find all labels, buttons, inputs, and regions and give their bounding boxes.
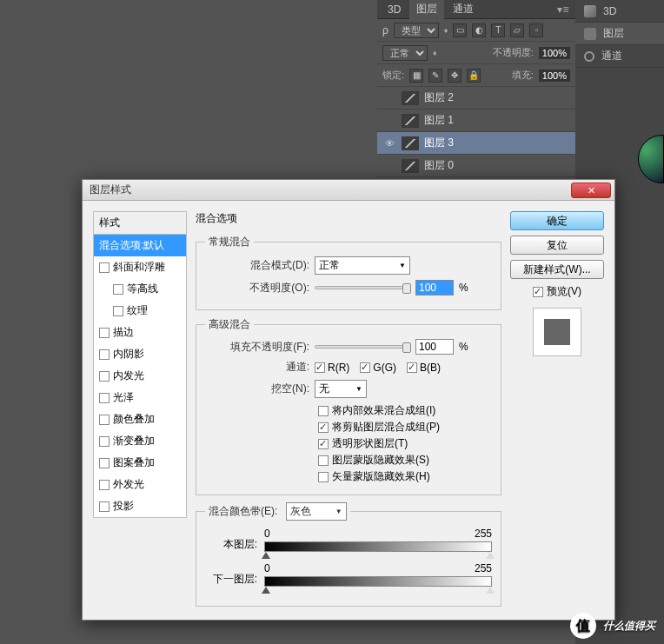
- preview-checkbox[interactable]: 预览(V): [510, 284, 604, 299]
- lock-pixels-icon[interactable]: ▦: [409, 69, 423, 83]
- advanced-option[interactable]: 将剪贴图层混合成组(P): [318, 420, 492, 435]
- checkbox-icon[interactable]: [99, 328, 110, 338]
- checkbox-icon[interactable]: [99, 501, 110, 512]
- blend-if-legend: 混合颜色带(E): 灰色: [205, 502, 350, 521]
- tab-3d[interactable]: 3D: [381, 1, 408, 18]
- dialog-titlebar[interactable]: 图层样式 ✕: [83, 180, 614, 201]
- style-item[interactable]: 内发光: [94, 365, 186, 387]
- underlying-layer-ramp[interactable]: [264, 576, 492, 587]
- filter-image-icon[interactable]: ▭: [453, 23, 467, 37]
- layer-name[interactable]: 图层 0: [424, 158, 454, 173]
- style-item[interactable]: 渐变叠加: [94, 430, 186, 452]
- option-label: 透明形状图层(T): [332, 436, 408, 451]
- style-item[interactable]: 描边: [94, 322, 186, 343]
- style-item[interactable]: 等高线: [94, 278, 186, 300]
- channel-label: R(R): [328, 362, 349, 374]
- layer-style-dialog: 图层样式 ✕ 样式 混合选项:默认斜面和浮雕等高线纹理描边内阴影内发光光泽颜色叠…: [82, 179, 615, 621]
- checkbox-icon[interactable]: [113, 306, 123, 316]
- close-button[interactable]: ✕: [571, 183, 611, 198]
- advanced-option[interactable]: 将内部效果混合成组(I): [318, 403, 492, 418]
- filter-smart-icon[interactable]: ▫: [529, 23, 543, 37]
- blend-if-channel-select[interactable]: 灰色: [286, 502, 347, 521]
- opacity-slider[interactable]: [315, 286, 410, 289]
- lock-brush-icon[interactable]: ✎: [428, 69, 442, 83]
- filter-shape-icon[interactable]: ▱: [510, 23, 524, 37]
- checkbox-icon[interactable]: [99, 262, 110, 273]
- ramp-white-stop[interactable]: [486, 552, 495, 559]
- ramp-black-stop[interactable]: [262, 552, 270, 559]
- filter-type-select[interactable]: 类型: [394, 23, 439, 38]
- option-label: 将内部效果混合成组(I): [332, 403, 435, 418]
- panel-menu-icon[interactable]: ▾≡: [554, 3, 572, 16]
- dock-tab-3d[interactable]: 3D: [575, 0, 664, 23]
- new-style-button[interactable]: 新建样式(W)...: [510, 260, 604, 279]
- checkbox-icon[interactable]: [113, 284, 123, 295]
- opacity-input[interactable]: 100: [415, 280, 454, 295]
- lock-all-icon[interactable]: 🔒: [467, 69, 481, 83]
- blend-mode-select[interactable]: 正常: [315, 256, 410, 275]
- filter-adjust-icon[interactable]: ◐: [472, 23, 486, 37]
- this-layer-ramp[interactable]: [264, 541, 492, 552]
- layer-row[interactable]: 👁 图层 3: [377, 132, 575, 155]
- layer-row[interactable]: 图层 1: [377, 110, 575, 132]
- layer-name[interactable]: 图层 3: [424, 136, 454, 150]
- channel-checkbox[interactable]: R(R): [315, 362, 349, 374]
- general-legend: 常规混合: [205, 235, 254, 249]
- dock-tab-channels[interactable]: 通道: [575, 45, 664, 68]
- style-item[interactable]: 内阴影: [94, 343, 186, 365]
- tab-channels[interactable]: 通道: [446, 0, 481, 19]
- checkbox-icon[interactable]: [99, 349, 110, 360]
- advanced-options: 将内部效果混合成组(I)将剪贴图层混合成组(P)透明形状图层(T)图层蒙版隐藏效…: [205, 403, 492, 484]
- style-item[interactable]: 纹理: [94, 300, 186, 322]
- filter-kind-icon[interactable]: ρ: [382, 24, 388, 37]
- opacity-value[interactable]: 100%: [539, 47, 570, 59]
- lock-move-icon[interactable]: ✥: [448, 69, 461, 83]
- checkbox-icon[interactable]: [99, 436, 110, 447]
- layer-thumb[interactable]: [402, 159, 419, 173]
- layer-name[interactable]: 图层 1: [424, 113, 454, 128]
- fill-value[interactable]: 100%: [539, 70, 570, 82]
- fill-opacity-slider[interactable]: [315, 345, 410, 349]
- fill-opacity-input[interactable]: 100: [415, 339, 454, 355]
- checkbox-icon[interactable]: [99, 415, 110, 425]
- layer-filter-row: ρ 类型 ♦ ▭ ◐ T ▱ ▫: [377, 19, 575, 42]
- checkbox-icon[interactable]: [99, 371, 110, 382]
- style-item[interactable]: 斜面和浮雕: [94, 256, 186, 278]
- style-item[interactable]: 图案叠加: [94, 452, 186, 474]
- visibility-icon[interactable]: 👁: [382, 138, 396, 149]
- style-item[interactable]: 混合选项:默认: [94, 235, 186, 256]
- ramp-white-stop[interactable]: [486, 587, 495, 594]
- layer-row[interactable]: 图层 0: [377, 155, 575, 177]
- checkbox-icon[interactable]: [99, 480, 110, 490]
- layers-icon: [584, 28, 596, 40]
- cancel-button[interactable]: 复位: [510, 236, 604, 255]
- dock-tab-layers[interactable]: 图层: [575, 23, 664, 45]
- channel-checkbox[interactable]: G(G): [360, 362, 396, 374]
- ok-button[interactable]: 确定: [510, 211, 604, 230]
- layer-thumb[interactable]: [402, 114, 419, 128]
- checkbox-icon[interactable]: [99, 458, 110, 468]
- panel-blend-select[interactable]: 正常: [382, 45, 428, 61]
- advanced-option[interactable]: 矢量蒙版隐藏效果(H): [318, 469, 492, 484]
- style-item[interactable]: 投影: [94, 495, 186, 517]
- tab-layers[interactable]: 图层: [409, 0, 444, 19]
- channel-label: B(B): [420, 362, 441, 374]
- style-item[interactable]: 颜色叠加: [94, 408, 186, 430]
- ramp-black-stop[interactable]: [262, 587, 270, 594]
- advanced-option[interactable]: 透明形状图层(T): [318, 436, 492, 451]
- style-item[interactable]: 外发光: [94, 474, 186, 495]
- blend-chevron-icon: ♦: [433, 49, 437, 57]
- checkmark-icon: [407, 362, 417, 373]
- filter-type-icon[interactable]: T: [491, 23, 505, 37]
- knockout-select[interactable]: 无: [315, 380, 367, 398]
- checkbox-icon[interactable]: [99, 393, 110, 403]
- fill-opacity-label: 填充不透明度(F):: [205, 340, 309, 355]
- layer-row[interactable]: 图层 2: [377, 87, 575, 110]
- advanced-option[interactable]: 图层蒙版隐藏效果(S): [318, 453, 492, 468]
- layer-thumb[interactable]: [402, 91, 419, 105]
- layer-name[interactable]: 图层 2: [424, 90, 454, 105]
- layer-thumb[interactable]: [402, 136, 419, 150]
- style-item[interactable]: 光泽: [94, 387, 186, 408]
- panel-tab-row: 3D 图层 通道 ▾≡: [377, 0, 575, 19]
- channel-checkbox[interactable]: B(B): [407, 362, 441, 374]
